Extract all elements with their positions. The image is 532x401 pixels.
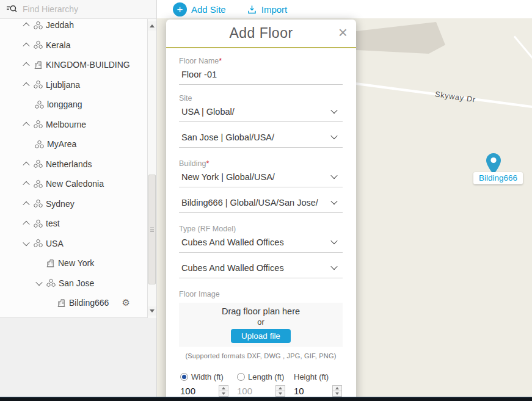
sidebar-item-ljubljana[interactable]: Ljubljana — [0, 75, 147, 95]
chevron-up-icon[interactable] — [22, 219, 31, 228]
import-label: Import — [261, 4, 288, 15]
height-value: 10 — [294, 386, 304, 396]
chevron-up-icon[interactable] — [22, 81, 31, 89]
chevron-up-icon[interactable] — [22, 200, 31, 208]
rf-model-value-2: Cubes And Walled Offices — [181, 263, 284, 273]
hierarchy-search-icon — [6, 4, 18, 14]
import-button[interactable]: Import — [247, 4, 288, 15]
chevron-up-icon[interactable] — [22, 60, 31, 69]
chevron-up-icon[interactable] — [22, 160, 31, 168]
site-country-value: USA | Global/ — [181, 107, 235, 117]
area-icon — [35, 140, 44, 149]
add-site-button[interactable]: + Add Site — [173, 2, 226, 16]
tree-item-label: Ljubljana — [46, 80, 80, 90]
tree-item-label: MyArea — [47, 139, 76, 149]
sidebar-item-myarea[interactable]: MyArea — [0, 134, 147, 154]
rf-model-select-2[interactable]: Cubes And Walled Offices — [179, 259, 343, 278]
import-icon — [247, 4, 257, 15]
chevron-up-icon[interactable] — [22, 179, 31, 188]
width-radio[interactable] — [180, 373, 188, 381]
chevron-down-icon — [332, 265, 338, 271]
chevron-down-icon — [332, 109, 338, 115]
add-floor-dialog: Add Floor × Floor Name* Floor -01 Site U… — [166, 20, 356, 401]
area-icon — [34, 239, 43, 248]
width-value: 100 — [180, 386, 195, 396]
close-icon[interactable]: × — [338, 24, 348, 40]
chevron-up-icon[interactable] — [22, 21, 31, 29]
floor-image-label: Floor Image — [179, 290, 343, 298]
chevron-down-icon[interactable] — [35, 279, 43, 287]
map-pin-label: Bilding666 — [473, 172, 523, 184]
site-country-select[interactable]: USA | Global/ — [179, 103, 343, 122]
sidebar-item-longgang[interactable]: longgang — [0, 95, 147, 115]
gear-icon[interactable]: ⚙ — [122, 297, 130, 308]
sidebar-item-netherlands[interactable]: Netherlands — [0, 154, 147, 175]
chevron-up-icon[interactable] — [22, 120, 31, 129]
height-label: Height (ft) — [294, 372, 329, 381]
site-city-select[interactable]: San Jose | Global/USA/ — [179, 128, 343, 148]
building-name-select[interactable]: Bilding666 | Global/USA/San Jose/ — [179, 193, 343, 213]
map-toolbar: + Add Site Import — [157, 0, 532, 18]
tree-item-label: USA — [46, 239, 64, 248]
tree-item-label: Melbourne — [46, 120, 86, 129]
rf-model-value-1: Cubes And Walled Offices — [181, 237, 284, 247]
tree-item-label: test — [46, 219, 60, 228]
sidebar-item-bilding666[interactable]: Bilding666 ⚙ — [0, 293, 147, 313]
sidebar-item-san-jose[interactable]: San Jose — [0, 273, 147, 294]
sidebar-item-new-york[interactable]: New York — [0, 253, 147, 273]
building-label: Building* — [179, 159, 343, 168]
building-icon — [57, 298, 66, 308]
sidebar-item-kingdom-building[interactable]: KINGDOM-BUILDING — [0, 55, 147, 75]
chevron-up-icon[interactable] — [22, 41, 31, 49]
building-city-select[interactable]: New York | Global/USA/ — [179, 168, 343, 187]
supported-formats-text: (Supported formats DXF, DWG , JPG, GIF, … — [179, 352, 343, 359]
rf-model-select-1[interactable]: Cubes And Walled Offices — [179, 233, 343, 253]
sidebar-item-kerala[interactable]: Kerala — [0, 35, 147, 56]
sidebar-item-sydney[interactable]: Sydney — [0, 194, 147, 214]
site-city-value: San Jose | Global/USA/ — [181, 132, 274, 142]
scroll-up-button[interactable] — [148, 21, 156, 31]
search-input[interactable] — [23, 4, 133, 14]
sidebar-item-jeddah[interactable]: Jeddah — [0, 19, 147, 35]
area-icon — [34, 40, 43, 49]
area-icon — [46, 278, 56, 287]
area-icon — [34, 120, 43, 129]
sidebar-item-melbourne[interactable]: Melbourne — [0, 115, 147, 135]
map-building-footprint — [354, 22, 445, 54]
app-window: Jeddah Kerala KINGDOM-BUIL — [0, 0, 532, 401]
hierarchy-sidebar: Jeddah Kerala KINGDOM-BUIL — [0, 0, 157, 397]
tree-item-label: Jeddah — [46, 20, 74, 30]
tree-item-label: San Jose — [59, 278, 94, 288]
os-taskbar-edge — [0, 397, 532, 401]
area-icon — [34, 21, 43, 30]
length-stepper[interactable] — [275, 385, 285, 397]
height-group: Height (ft) 10 — [294, 372, 342, 400]
width-stepper[interactable] — [219, 385, 228, 397]
sidebar-item-usa[interactable]: USA — [0, 234, 147, 254]
area-icon — [34, 179, 43, 189]
scroll-down-button[interactable] — [148, 306, 156, 316]
area-icon — [34, 159, 43, 168]
tree-scrollbar[interactable] — [147, 19, 156, 318]
building-icon — [46, 259, 55, 268]
length-group: Length (ft) 100 — [237, 372, 285, 400]
sidebar-item-new-caledonia[interactable]: New Caledonia — [0, 174, 147, 194]
tree-item-label: Sydney — [46, 199, 75, 209]
dialog-title: Add Floor — [229, 25, 293, 42]
building-city-value: New York | Global/USA/ — [181, 172, 275, 182]
tree-item-label: longgang — [47, 99, 82, 109]
sidebar-item-test[interactable]: test — [0, 214, 147, 234]
or-text: or — [257, 317, 264, 327]
floor-name-label: Floor Name* — [179, 57, 343, 65]
floor-plan-dropzone[interactable]: Drag floor plan here or Upload file — [179, 303, 343, 347]
floor-name-value: Floor -01 — [181, 70, 217, 79]
chevron-down-icon — [332, 200, 338, 206]
area-icon — [34, 80, 43, 89]
chevron-down-icon[interactable] — [22, 239, 31, 248]
length-radio[interactable] — [237, 373, 245, 381]
floor-name-input[interactable]: Floor -01 — [179, 65, 343, 85]
height-stepper[interactable] — [332, 385, 342, 397]
scrollbar-thumb[interactable] — [148, 175, 156, 284]
upload-file-button[interactable]: Upload file — [231, 329, 291, 343]
length-label: Length (ft) — [248, 372, 284, 381]
